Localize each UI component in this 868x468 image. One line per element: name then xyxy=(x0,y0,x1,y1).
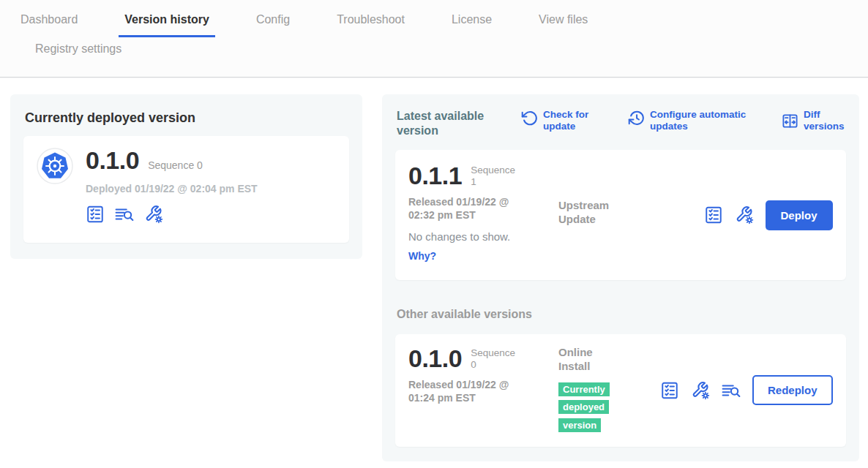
other-version-number: 0.1.0 xyxy=(408,346,462,371)
deploy-button[interactable]: Deploy xyxy=(766,200,833,230)
release-notes-icon[interactable] xyxy=(704,205,723,224)
why-link[interactable]: Why? xyxy=(408,250,436,262)
latest-sequence-label: Sequence 1 xyxy=(471,165,520,187)
auto-update-schedule-icon xyxy=(628,110,645,127)
app-nav: Dashboard Version history Config Trouble… xyxy=(0,0,868,78)
tab-license[interactable]: License xyxy=(446,10,498,37)
latest-version-number: 0.1.1 xyxy=(408,163,462,188)
available-panel-header: Latest available version Check for updat… xyxy=(397,109,845,138)
upstream-update-label: Upstream Update xyxy=(558,199,618,227)
diff-versions-icon xyxy=(782,113,798,129)
available-versions-panel: Latest available version Check for updat… xyxy=(382,94,859,461)
changes-note: No changes to show. xyxy=(408,230,558,243)
check-for-update-link[interactable]: Check for update xyxy=(521,109,606,132)
tab-view-files[interactable]: View files xyxy=(533,10,594,37)
deployed-timestamp: Deployed 01/19/22 @ 02:04 pm EST xyxy=(86,183,258,195)
other-released-timestamp: Released 01/19/22 @ 01:24 pm EST xyxy=(408,378,534,404)
other-version-actions: Redeploy xyxy=(660,375,833,405)
nav-row-1: Dashboard Version history Config Trouble… xyxy=(0,10,868,37)
tab-version-history[interactable]: Version history xyxy=(119,10,215,37)
deployed-sequence-label: Sequence 0 xyxy=(148,159,203,171)
deployed-version-number: 0.1.0 xyxy=(86,148,139,173)
other-versions-title: Other available versions xyxy=(397,308,845,321)
latest-version-source: Upstream Update xyxy=(558,163,645,267)
tab-dashboard[interactable]: Dashboard xyxy=(15,10,83,37)
tab-registry-settings[interactable]: Registry settings xyxy=(29,39,127,67)
latest-version-actions: Deploy xyxy=(704,200,833,230)
deployed-actions xyxy=(86,205,258,224)
check-for-update-label: Check for update xyxy=(543,109,606,132)
main-content: Currently deployed version xyxy=(0,78,868,461)
deployed-version-details: 0.1.0 Sequence 0 Deployed 01/19/22 @ 02:… xyxy=(86,148,258,231)
other-version-card: 0.1.0 Sequence 0 Released 01/19/22 @ 01:… xyxy=(395,334,846,447)
tab-config[interactable]: Config xyxy=(250,10,296,37)
currently-deployed-title: Currently deployed version xyxy=(25,110,348,126)
kubernetes-logo-icon xyxy=(37,148,73,184)
other-version-source: Online Install Currently deployed versio… xyxy=(558,346,645,435)
latest-version-details: 0.1.1 Sequence 1 Released 01/19/22 @ 02:… xyxy=(408,163,558,267)
latest-released-timestamp: Released 01/19/22 @ 02:32 pm EST xyxy=(408,195,534,222)
configure-automatic-updates-link[interactable]: Configure automatic updates xyxy=(628,109,760,132)
config-icon[interactable] xyxy=(735,205,754,224)
diff-versions-label: Diff versions xyxy=(804,109,845,132)
release-notes-icon[interactable] xyxy=(660,381,679,400)
deployed-version-card: 0.1.0 Sequence 0 Deployed 01/19/22 @ 02:… xyxy=(23,136,349,243)
release-notes-icon[interactable] xyxy=(86,205,105,224)
logs-icon[interactable] xyxy=(115,205,134,224)
check-update-icon xyxy=(521,110,538,127)
currently-deployed-badge: Currently deployed version xyxy=(558,382,610,432)
config-icon[interactable] xyxy=(691,381,710,400)
online-install-label: Online Install xyxy=(558,346,618,374)
badge-wrap: Currently deployed version xyxy=(558,381,618,435)
latest-version-card: 0.1.1 Sequence 1 Released 01/19/22 @ 02:… xyxy=(395,150,846,280)
currently-deployed-panel: Currently deployed version xyxy=(10,94,362,259)
redeploy-button[interactable]: Redeploy xyxy=(752,375,833,405)
other-sequence-label: Sequence 0 xyxy=(471,347,520,370)
nav-row-2: Registry settings xyxy=(0,39,868,77)
configure-automatic-updates-label: Configure automatic updates xyxy=(650,109,760,132)
tab-troubleshoot[interactable]: Troubleshoot xyxy=(331,10,411,37)
config-icon[interactable] xyxy=(144,205,163,224)
logs-icon[interactable] xyxy=(722,381,741,400)
diff-versions-link[interactable]: Diff versions xyxy=(782,109,845,132)
other-version-details: 0.1.0 Sequence 0 Released 01/19/22 @ 01:… xyxy=(408,346,558,435)
latest-available-title: Latest available version xyxy=(397,109,499,138)
